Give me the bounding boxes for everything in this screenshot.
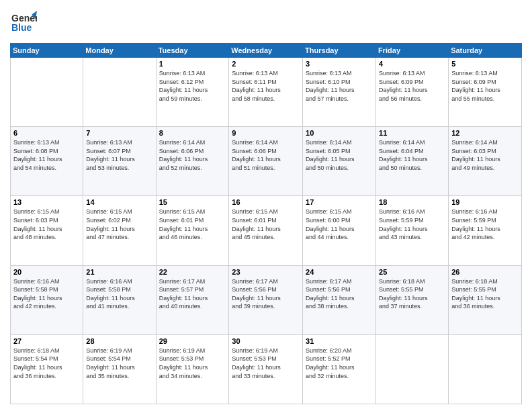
calendar-cell: [449, 334, 522, 404]
calendar-cell: 10Sunrise: 6:14 AM Sunset: 6:05 PM Dayli…: [303, 127, 376, 196]
calendar-row: 6Sunrise: 6:13 AM Sunset: 6:08 PM Daylig…: [11, 127, 522, 196]
calendar-cell: 8Sunrise: 6:14 AM Sunset: 6:06 PM Daylig…: [156, 127, 229, 196]
day-number: 3: [306, 60, 373, 68]
day-info: Sunrise: 6:14 AM Sunset: 6:05 PM Dayligh…: [306, 138, 373, 172]
day-number: 14: [86, 198, 152, 206]
day-number: 6: [13, 129, 80, 137]
weekday-header-cell: Wednesday: [229, 44, 303, 58]
day-info: Sunrise: 6:18 AM Sunset: 5:55 PM Dayligh…: [379, 277, 445, 311]
day-number: 31: [306, 337, 373, 345]
day-info: Sunrise: 6:17 AM Sunset: 5:56 PM Dayligh…: [306, 277, 373, 311]
svg-text:Blue: Blue: [11, 22, 32, 33]
day-info: Sunrise: 6:16 AM Sunset: 5:58 PM Dayligh…: [86, 277, 152, 311]
day-number: 27: [13, 337, 80, 345]
day-number: 7: [86, 129, 152, 137]
day-info: Sunrise: 6:16 AM Sunset: 5:59 PM Dayligh…: [379, 208, 445, 241]
calendar-cell: 14Sunrise: 6:15 AM Sunset: 6:02 PM Dayli…: [83, 196, 156, 265]
day-number: 23: [232, 268, 300, 276]
day-info: Sunrise: 6:18 AM Sunset: 5:54 PM Dayligh…: [13, 347, 80, 380]
day-number: 4: [379, 60, 445, 68]
day-number: 20: [13, 268, 80, 276]
day-info: Sunrise: 6:13 AM Sunset: 6:09 PM Dayligh…: [379, 69, 445, 103]
day-number: 25: [379, 268, 445, 276]
calendar-cell: 18Sunrise: 6:16 AM Sunset: 5:59 PM Dayli…: [376, 196, 449, 265]
day-number: 8: [159, 129, 226, 137]
day-info: Sunrise: 6:15 AM Sunset: 6:02 PM Dayligh…: [86, 208, 152, 241]
calendar-cell: 24Sunrise: 6:17 AM Sunset: 5:56 PM Dayli…: [303, 265, 376, 334]
day-number: 21: [86, 268, 152, 276]
weekday-header-cell: Monday: [83, 44, 156, 58]
day-number: 22: [159, 268, 226, 276]
day-info: Sunrise: 6:19 AM Sunset: 5:54 PM Dayligh…: [86, 347, 152, 380]
day-number: 9: [232, 129, 300, 137]
calendar-cell: 6Sunrise: 6:13 AM Sunset: 6:08 PM Daylig…: [11, 127, 83, 196]
calendar-cell: 13Sunrise: 6:15 AM Sunset: 6:03 PM Dayli…: [11, 196, 83, 265]
day-info: Sunrise: 6:15 AM Sunset: 6:01 PM Dayligh…: [232, 208, 300, 241]
calendar-cell: 27Sunrise: 6:18 AM Sunset: 5:54 PM Dayli…: [11, 334, 83, 404]
day-info: Sunrise: 6:14 AM Sunset: 6:04 PM Dayligh…: [379, 138, 445, 172]
day-info: Sunrise: 6:15 AM Sunset: 6:03 PM Dayligh…: [13, 208, 80, 241]
calendar-body: 1Sunrise: 6:13 AM Sunset: 6:12 PM Daylig…: [11, 58, 522, 404]
day-info: Sunrise: 6:14 AM Sunset: 6:03 PM Dayligh…: [451, 138, 519, 172]
page: General Blue SundayMondayTuesdayWednesda…: [0, 0, 532, 411]
day-number: 11: [379, 129, 445, 137]
calendar-cell: [83, 58, 156, 127]
calendar-cell: 25Sunrise: 6:18 AM Sunset: 5:55 PM Dayli…: [376, 265, 449, 334]
weekday-header-cell: Sunday: [11, 44, 83, 58]
day-info: Sunrise: 6:15 AM Sunset: 6:00 PM Dayligh…: [306, 208, 373, 241]
calendar-cell: [11, 58, 83, 127]
calendar-cell: 23Sunrise: 6:17 AM Sunset: 5:56 PM Dayli…: [229, 265, 303, 334]
day-info: Sunrise: 6:19 AM Sunset: 5:53 PM Dayligh…: [232, 347, 300, 380]
calendar-cell: 19Sunrise: 6:16 AM Sunset: 5:59 PM Dayli…: [449, 196, 522, 265]
calendar-cell: 17Sunrise: 6:15 AM Sunset: 6:00 PM Dayli…: [303, 196, 376, 265]
day-info: Sunrise: 6:13 AM Sunset: 6:08 PM Dayligh…: [13, 138, 80, 172]
calendar-cell: 1Sunrise: 6:13 AM Sunset: 6:12 PM Daylig…: [156, 58, 229, 127]
day-info: Sunrise: 6:13 AM Sunset: 6:10 PM Dayligh…: [306, 69, 373, 103]
calendar-cell: [376, 334, 449, 404]
day-number: 2: [232, 60, 300, 68]
calendar-table: SundayMondayTuesdayWednesdayThursdayFrid…: [10, 43, 522, 404]
calendar-cell: 3Sunrise: 6:13 AM Sunset: 6:10 PM Daylig…: [303, 58, 376, 127]
calendar-cell: 20Sunrise: 6:16 AM Sunset: 5:58 PM Dayli…: [11, 265, 83, 334]
logo-icon: General Blue: [10, 9, 37, 36]
day-info: Sunrise: 6:13 AM Sunset: 6:12 PM Dayligh…: [159, 69, 226, 103]
weekday-header-cell: Saturday: [449, 44, 522, 58]
day-number: 12: [451, 129, 519, 137]
calendar-cell: 11Sunrise: 6:14 AM Sunset: 6:04 PM Dayli…: [376, 127, 449, 196]
day-info: Sunrise: 6:14 AM Sunset: 6:06 PM Dayligh…: [232, 138, 300, 172]
weekday-header-cell: Friday: [376, 44, 449, 58]
day-info: Sunrise: 6:17 AM Sunset: 5:56 PM Dayligh…: [232, 277, 300, 311]
day-info: Sunrise: 6:20 AM Sunset: 5:52 PM Dayligh…: [306, 347, 373, 380]
day-number: 24: [306, 268, 373, 276]
calendar-cell: 2Sunrise: 6:13 AM Sunset: 6:11 PM Daylig…: [229, 58, 303, 127]
calendar-cell: 12Sunrise: 6:14 AM Sunset: 6:03 PM Dayli…: [449, 127, 522, 196]
day-number: 28: [86, 337, 152, 345]
calendar-cell: 26Sunrise: 6:18 AM Sunset: 5:55 PM Dayli…: [449, 265, 522, 334]
calendar-row: 27Sunrise: 6:18 AM Sunset: 5:54 PM Dayli…: [11, 334, 522, 404]
calendar-cell: 22Sunrise: 6:17 AM Sunset: 5:57 PM Dayli…: [156, 265, 229, 334]
day-number: 16: [232, 198, 300, 206]
calendar-cell: 9Sunrise: 6:14 AM Sunset: 6:06 PM Daylig…: [229, 127, 303, 196]
weekday-header-cell: Thursday: [303, 44, 376, 58]
weekday-header: SundayMondayTuesdayWednesdayThursdayFrid…: [11, 44, 522, 58]
calendar-row: 13Sunrise: 6:15 AM Sunset: 6:03 PM Dayli…: [11, 196, 522, 265]
header: General Blue: [10, 7, 522, 39]
day-number: 13: [13, 198, 80, 206]
day-info: Sunrise: 6:13 AM Sunset: 6:09 PM Dayligh…: [451, 69, 519, 103]
day-number: 1: [159, 60, 226, 68]
calendar-cell: 5Sunrise: 6:13 AM Sunset: 6:09 PM Daylig…: [449, 58, 522, 127]
day-info: Sunrise: 6:13 AM Sunset: 6:11 PM Dayligh…: [232, 69, 300, 103]
day-info: Sunrise: 6:15 AM Sunset: 6:01 PM Dayligh…: [159, 208, 226, 241]
day-number: 18: [379, 198, 445, 206]
day-number: 15: [159, 198, 226, 206]
calendar-cell: 7Sunrise: 6:13 AM Sunset: 6:07 PM Daylig…: [83, 127, 156, 196]
day-info: Sunrise: 6:17 AM Sunset: 5:57 PM Dayligh…: [159, 277, 226, 311]
logo: General Blue: [10, 9, 37, 39]
calendar-cell: 31Sunrise: 6:20 AM Sunset: 5:52 PM Dayli…: [303, 334, 376, 404]
day-number: 26: [451, 268, 519, 276]
calendar-cell: 30Sunrise: 6:19 AM Sunset: 5:53 PM Dayli…: [229, 334, 303, 404]
calendar-cell: 21Sunrise: 6:16 AM Sunset: 5:58 PM Dayli…: [83, 265, 156, 334]
weekday-header-cell: Tuesday: [156, 44, 229, 58]
day-number: 5: [451, 60, 519, 68]
day-number: 19: [451, 198, 519, 206]
